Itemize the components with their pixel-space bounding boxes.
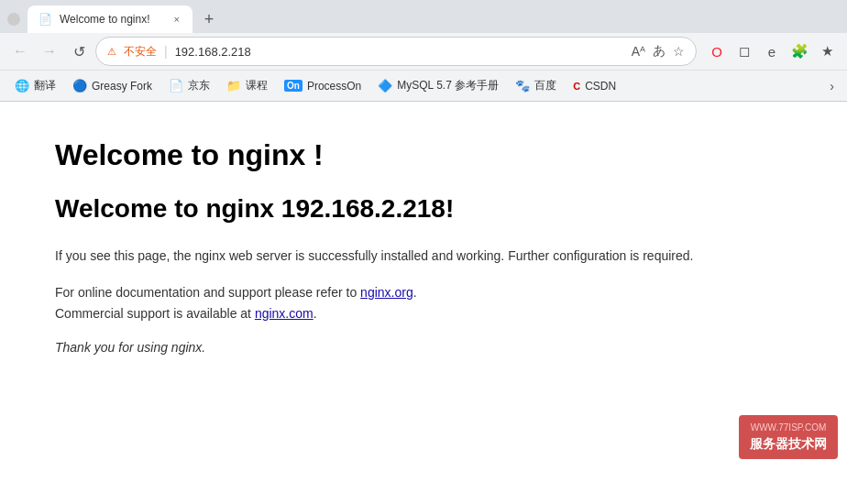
processon-icon: On xyxy=(284,80,302,92)
jd-icon: 📄 xyxy=(169,79,183,93)
para2-suffix: . xyxy=(314,306,317,321)
bookmark-processon-label: ProcessOn xyxy=(307,80,361,93)
bookmark-baidu-label: 百度 xyxy=(534,78,556,93)
extensions-button[interactable]: 🧩 xyxy=(786,38,812,64)
tab-bar: 📄 Welcome to nginx! × + xyxy=(0,0,847,33)
url-display[interactable]: 192.168.2.218 xyxy=(175,45,624,59)
read-aloud-icon[interactable]: Aᴬ xyxy=(632,44,645,59)
shield-button[interactable]: ◻ xyxy=(732,38,757,64)
bookmark-csdn[interactable]: C CSDN xyxy=(566,76,623,96)
address-bar[interactable]: ⚠ 不安全 | 192.168.2.218 Aᴬ あ ☆ xyxy=(95,37,697,66)
bookmark-mysql[interactable]: 🔷 MySQL 5.7 参考手册 xyxy=(370,74,506,97)
bookmark-greasy-fork-label: Greasy Fork xyxy=(92,80,152,93)
tab-close-button[interactable]: × xyxy=(172,12,182,27)
baidu-icon: 🐾 xyxy=(515,79,530,93)
course-icon: 📁 xyxy=(226,79,241,93)
watermark-text: 服务器技术网 xyxy=(750,434,827,454)
para2-prefix: For online documentation and support ple… xyxy=(55,285,360,300)
bookmark-jd[interactable]: 📄 京东 xyxy=(161,74,217,97)
bookmark-greasy-fork[interactable]: 🔵 Greasy Fork xyxy=(65,75,160,96)
window-controls xyxy=(7,13,20,26)
watermark-url: WWW.77ISP.COM xyxy=(750,421,827,434)
bookmark-course[interactable]: 📁 课程 xyxy=(219,74,275,97)
tab-title: Welcome to nginx! xyxy=(60,13,165,26)
bookmark-csdn-label: CSDN xyxy=(585,80,616,93)
address-separator: | xyxy=(164,44,168,59)
page-paragraph-3: Thank you for using nginx. xyxy=(55,340,792,355)
security-label: 不安全 xyxy=(124,44,157,60)
greasy-fork-icon: 🔵 xyxy=(72,79,87,93)
bookmark-course-label: 课程 xyxy=(246,78,268,93)
page-paragraph-2: For online documentation and support ple… xyxy=(55,282,792,323)
para2-mid-1: . xyxy=(413,285,417,300)
address-bar-row: ← → ↺ ⚠ 不安全 | 192.168.2.218 Aᴬ あ ☆ O ◻ e… xyxy=(0,33,847,70)
bookmark-translate-label: 翻译 xyxy=(34,78,56,93)
page-paragraph-1: If you see this page, the nginx web serv… xyxy=(55,246,792,266)
bookmark-mysql-label: MySQL 5.7 参考手册 xyxy=(397,78,499,93)
nginx-com-link[interactable]: nginx.com xyxy=(255,306,314,321)
forward-button[interactable]: → xyxy=(37,38,62,64)
page-heading-2: Welcome to nginx 192.168.2.218! xyxy=(55,194,792,224)
bookmarks-more-button[interactable]: › xyxy=(824,75,840,97)
opera-button[interactable]: O xyxy=(704,38,730,64)
page-content: Welcome to nginx ! Welcome to nginx 192.… xyxy=(0,102,847,468)
bookmark-jd-label: 京东 xyxy=(188,78,210,93)
favorites-star-icon[interactable]: ☆ xyxy=(673,44,685,59)
back-button[interactable]: ← xyxy=(7,38,33,64)
edge-browser-icon[interactable]: e xyxy=(759,38,785,64)
watermark: WWW.77ISP.COM 服务器技术网 xyxy=(739,415,838,459)
csdn-icon: C xyxy=(573,81,580,92)
mysql-icon: 🔷 xyxy=(378,79,392,93)
security-warning-icon: ⚠ xyxy=(107,46,116,58)
tab-favicon: 📄 xyxy=(38,13,52,26)
active-tab[interactable]: 📄 Welcome to nginx! × xyxy=(28,5,192,33)
new-tab-button[interactable]: + xyxy=(196,6,222,32)
nginx-org-link[interactable]: nginx.org xyxy=(360,285,413,300)
para2-mid-2: Commercial support is available at xyxy=(55,306,255,321)
page-heading-1: Welcome to nginx ! xyxy=(55,138,792,172)
window-control-btn[interactable] xyxy=(7,13,20,26)
favorites-button[interactable]: ★ xyxy=(814,38,840,64)
bookmark-translate[interactable]: 🌐 翻译 xyxy=(7,74,63,97)
translate-bookmark-icon: 🌐 xyxy=(15,79,29,93)
bookmarks-bar: 🌐 翻译 🔵 Greasy Fork 📄 京东 📁 课程 On ProcessO… xyxy=(0,70,847,101)
bookmark-processon[interactable]: On ProcessOn xyxy=(277,76,368,96)
bookmark-baidu[interactable]: 🐾 百度 xyxy=(508,74,564,97)
toolbar-icons: O ◻ e 🧩 ★ xyxy=(704,38,840,64)
translate-icon[interactable]: あ xyxy=(653,43,666,60)
refresh-button[interactable]: ↺ xyxy=(66,38,92,64)
